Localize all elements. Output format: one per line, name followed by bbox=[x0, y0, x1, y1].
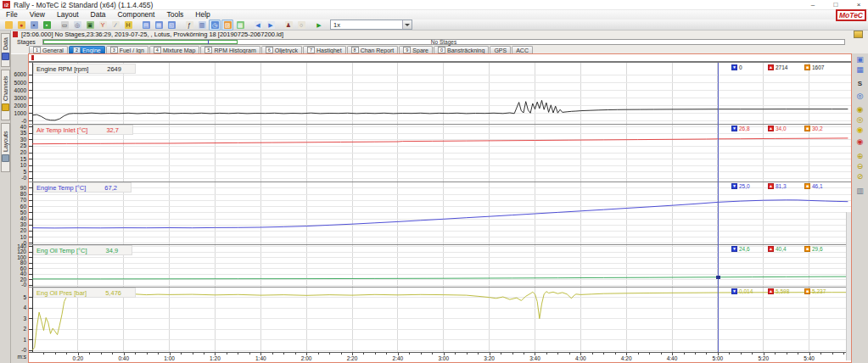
panel-plot[interactable] bbox=[29, 182, 851, 244]
stat-max: ▲5,598 bbox=[768, 288, 789, 294]
minimize-button[interactable]: – bbox=[809, 0, 817, 10]
time-tick-label: 5:40 bbox=[797, 355, 822, 361]
chevron-down-icon[interactable] bbox=[402, 20, 412, 29]
export-icon[interactable] bbox=[854, 31, 863, 38]
measure-icon[interactable]: ▥ bbox=[854, 186, 866, 196]
tile-windows-icon[interactable]: ▦ bbox=[153, 20, 165, 31]
driver-icon[interactable]: ♟ bbox=[283, 20, 294, 31]
overlay-windows-icon[interactable]: ▧ bbox=[165, 20, 177, 31]
time-tick bbox=[421, 353, 422, 355]
panel-plot[interactable] bbox=[29, 63, 851, 124]
menu-component[interactable]: Component bbox=[111, 10, 160, 20]
tab-rpm-histogram[interactable]: 5RPM Histogram bbox=[200, 46, 260, 53]
maths-icon[interactable]: ƒ bbox=[183, 20, 195, 31]
menu-layout[interactable]: Layout bbox=[51, 10, 85, 20]
tab-label: Hastighet bbox=[316, 47, 342, 53]
stat-min-value: 0 bbox=[739, 64, 742, 70]
tab-hastighet[interactable]: 7Hastighet bbox=[303, 46, 346, 53]
tab-label: Bansträckning bbox=[447, 47, 484, 53]
track-editor-icon[interactable]: ▩ bbox=[234, 20, 246, 31]
time-tick bbox=[238, 353, 238, 355]
menu-file[interactable]: File bbox=[0, 10, 24, 20]
tab-general[interactable]: 1General bbox=[29, 46, 68, 53]
filter-icon[interactable]: Y bbox=[97, 20, 109, 31]
main-toolbar: ●▪▪▭◎▣Y∕H▤▦▧ƒ▥◷▨▩◀▶♟○▶ 1x bbox=[0, 20, 868, 31]
y-tick-label: 2000 bbox=[11, 103, 26, 109]
y-tick-label: 20 bbox=[11, 276, 26, 282]
log-file-icon bbox=[13, 31, 18, 37]
zoom-next-icon[interactable]: ▶ bbox=[265, 20, 277, 31]
y-tick-label: 140 bbox=[11, 243, 26, 249]
sidebar-tab-layouts[interactable]: Layouts bbox=[1, 123, 10, 172]
y-tick-label: 30 bbox=[11, 221, 26, 227]
play-icon[interactable]: ▶ bbox=[313, 20, 325, 31]
menu-view[interactable]: View bbox=[24, 10, 51, 20]
tab-acc[interactable]: ACC bbox=[512, 46, 533, 53]
time-display-icon[interactable]: ◷ bbox=[209, 20, 221, 31]
sidebar-tab-data[interactable]: Data bbox=[1, 33, 10, 67]
y-tick-label: -0 bbox=[11, 347, 26, 353]
menu-tools[interactable]: Tools bbox=[160, 10, 189, 20]
panel-plot[interactable] bbox=[29, 244, 851, 287]
sidebar-tab-channels[interactable]: Channels bbox=[1, 70, 10, 120]
histogram-icon[interactable]: ▥ bbox=[196, 20, 208, 31]
edit-icon[interactable]: ∕ bbox=[109, 20, 121, 31]
print-preview-icon[interactable]: ◎ bbox=[71, 20, 83, 31]
new-window-icon[interactable]: ▤ bbox=[140, 20, 152, 31]
zoom-select[interactable]: 1x bbox=[330, 20, 412, 30]
zoom-cursor-icon[interactable]: ◎ bbox=[854, 91, 866, 101]
time-tick bbox=[329, 353, 330, 355]
stat-avg: ■46,1 bbox=[804, 183, 823, 189]
channel-cursor-value: 5,476 bbox=[105, 289, 121, 297]
zoom-overview-bar[interactable] bbox=[29, 54, 851, 63]
tab-number: 5 bbox=[204, 47, 212, 53]
time-tick bbox=[283, 353, 284, 355]
app-icon: i2 bbox=[3, 1, 10, 8]
tab-engine[interactable]: 2Engine bbox=[69, 46, 105, 53]
tab-chan-report[interactable]: 8Chan Report bbox=[347, 46, 399, 53]
zoom-data-icon[interactable]: ◉ bbox=[854, 137, 866, 147]
tab-oljetryck[interactable]: 6Oljetryck bbox=[261, 46, 302, 53]
zoom-x-in-icon[interactable]: ⊕ bbox=[854, 151, 866, 161]
menu-data[interactable]: Data bbox=[85, 10, 112, 20]
windows-icon[interactable]: ▦ bbox=[854, 64, 866, 75]
stages-track[interactable]: No Stages bbox=[42, 39, 845, 45]
stat-min-value: 0,014 bbox=[739, 288, 753, 294]
tab-label: Chan Report bbox=[361, 47, 395, 53]
tab-mixture-map[interactable]: 4Mixture Map bbox=[149, 46, 200, 53]
overlay-setup-icon[interactable]: ▨ bbox=[221, 20, 233, 31]
zoom-in-icon[interactable]: ◉ bbox=[854, 104, 866, 114]
zoom-x-out-icon[interactable]: ⊖ bbox=[854, 161, 866, 171]
new-window-icon[interactable]: ▣ bbox=[854, 54, 866, 64]
print-icon[interactable]: ▭ bbox=[59, 20, 70, 31]
zoom-out-icon[interactable]: ◎ bbox=[854, 114, 866, 125]
tab-spare[interactable]: 9Spare bbox=[399, 46, 433, 53]
open-icon[interactable] bbox=[3, 20, 14, 31]
monitor-icon[interactable]: ▪ bbox=[41, 20, 53, 31]
find-icon[interactable]: ○ bbox=[295, 20, 307, 31]
tab-gps[interactable]: GPS bbox=[490, 46, 511, 53]
time-tick bbox=[524, 353, 524, 355]
time-tick bbox=[741, 353, 742, 355]
vertical-scrollbar[interactable] bbox=[846, 212, 851, 360]
import-icon[interactable]: ● bbox=[15, 20, 27, 31]
y-tick-label: 120 bbox=[11, 249, 26, 254]
zoom-prev-icon[interactable]: ◀ bbox=[252, 20, 264, 31]
panel-plot[interactable] bbox=[29, 287, 851, 352]
tab-banstr-ckning[interactable]: 0Bansträckning bbox=[434, 46, 489, 53]
tab-fuel-ign[interactable]: 3Fuel / Ign bbox=[106, 46, 148, 53]
y-tick-label: 5 bbox=[11, 294, 26, 300]
time-tick bbox=[318, 353, 319, 355]
save-icon[interactable]: ▪ bbox=[28, 20, 40, 31]
panel-plot[interactable] bbox=[29, 124, 851, 182]
time-graph[interactable]: Engine RPM [rpm]2649▼0▲2714■1607Air Temp… bbox=[28, 53, 852, 363]
graph-panels: Engine RPM [rpm]2649▼0▲2714■1607Air Temp… bbox=[29, 63, 851, 352]
y-tick-label: 90 bbox=[11, 185, 26, 191]
values-icon[interactable]: H bbox=[122, 20, 134, 31]
s-badge[interactable]: S bbox=[854, 78, 866, 88]
menu-help[interactable]: Help bbox=[189, 10, 216, 20]
zoom-x-full-icon[interactable]: ⊘ bbox=[854, 171, 866, 182]
cursor-line[interactable] bbox=[718, 63, 719, 352]
export-image-icon[interactable]: ▣ bbox=[84, 20, 96, 31]
zoom-box-icon[interactable]: ◉ bbox=[854, 125, 866, 135]
